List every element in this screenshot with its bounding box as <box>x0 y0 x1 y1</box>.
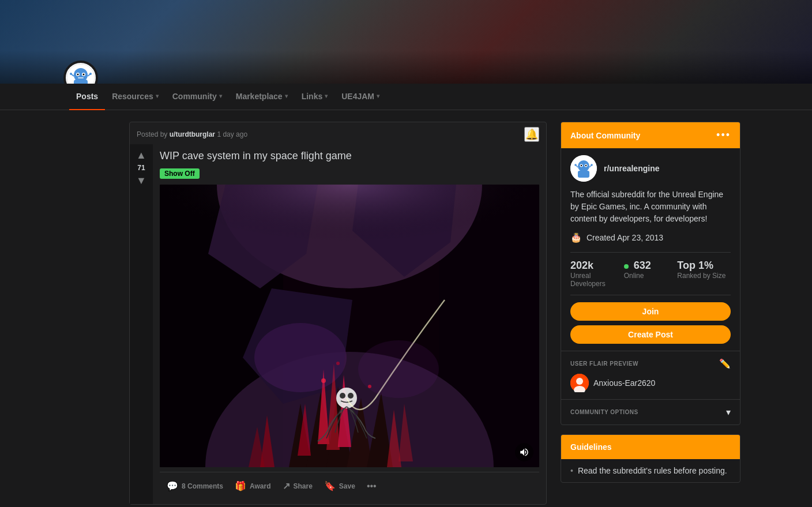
bookmark-icon: 🔖 <box>324 480 336 491</box>
chevron-down-icon: ▾ <box>156 93 159 99</box>
guidelines-card: Guidelines • Read the subreddit's rules … <box>561 434 740 483</box>
svg-point-43 <box>578 160 589 172</box>
cave-scene <box>160 185 539 467</box>
flair-user: Anxious-Ear2620 <box>570 374 731 392</box>
nav-item-links[interactable]: Links ▾ <box>295 84 335 110</box>
user-flair-section: USER FLAIR PREVIEW ✏️ Anxious-Ear2620 <box>561 351 740 399</box>
svg-point-10 <box>70 73 72 75</box>
sidebar: About Community ••• <box>561 122 740 505</box>
online-indicator <box>624 264 629 269</box>
rank-label: Ranked by Size <box>677 272 731 280</box>
about-community-title: About Community <box>570 131 640 140</box>
community-options-title: COMMUNITY OPTIONS <box>570 409 638 415</box>
rank-value: Top 1% <box>677 260 731 272</box>
chevron-down-icon[interactable]: ▾ <box>726 407 731 418</box>
nav-item-ue4jam[interactable]: UE4JAM ▾ <box>334 84 386 110</box>
svg-rect-7 <box>78 77 84 78</box>
share-button[interactable]: ↗ Share <box>278 477 317 495</box>
chevron-down-icon: ▾ <box>377 93 379 99</box>
post-image <box>160 185 539 467</box>
save-button[interactable]: 🔖 Save <box>319 477 360 495</box>
stats-row: 202k Unreal Developers 632 Online Top 1%… <box>570 260 731 288</box>
svg-point-40 <box>336 362 340 365</box>
award-icon: 🎁 <box>235 480 246 491</box>
upvote-button[interactable]: ▲ <box>135 149 148 162</box>
post-container: Posted by u/turdtburglar 1 day ago 🔔 ▲ 7… <box>129 122 547 505</box>
post-body: WIP cave system in my space flight game … <box>153 144 546 504</box>
post-header: Posted by u/turdtburglar 1 day ago 🔔 <box>130 122 546 144</box>
about-more-button[interactable]: ••• <box>716 129 731 141</box>
comments-button[interactable]: 💬 8 Comments <box>162 477 228 495</box>
divider <box>570 295 731 295</box>
online-count: 632 <box>624 260 678 272</box>
award-button[interactable]: 🎁 Award <box>230 477 275 495</box>
svg-point-52 <box>591 164 593 166</box>
nav-bar: Posts Resources ▾ Community ▾ Marketplac… <box>0 84 812 110</box>
community-description: The official subreddit for the Unreal En… <box>570 189 731 225</box>
svg-rect-44 <box>578 171 589 178</box>
nav-item-marketplace[interactable]: Marketplace ▾ <box>229 84 295 110</box>
cake-icon: 🎂 <box>570 232 582 243</box>
guidelines-body: • Read the subreddit's rules before post… <box>561 459 740 482</box>
about-community-card: About Community ••• <box>561 122 740 425</box>
svg-point-35 <box>348 393 354 399</box>
svg-point-5 <box>77 74 79 76</box>
flair-username: Anxious-Ear2620 <box>593 378 655 388</box>
community-info: r/unrealengine <box>570 155 731 182</box>
user-flair-title: USER FLAIR PREVIEW <box>570 360 638 367</box>
svg-rect-2 <box>74 80 88 84</box>
svg-point-34 <box>340 393 345 399</box>
divider <box>570 252 731 253</box>
community-options-header: COMMUNITY OPTIONS ▾ <box>570 407 731 418</box>
created-date: 🎂 Created Apr 23, 2013 <box>570 232 731 243</box>
post-author-link[interactable]: u/turdtburglar <box>170 130 215 138</box>
comment-icon: 💬 <box>167 480 178 491</box>
post-time: 1 day ago <box>217 130 247 138</box>
header-banner <box>0 0 812 84</box>
community-avatar <box>570 155 597 182</box>
svg-point-37 <box>358 340 439 398</box>
bullet-icon: • <box>570 466 573 475</box>
about-header: About Community ••• <box>561 122 740 148</box>
guideline-item: • Read the subreddit's rules before post… <box>570 466 731 475</box>
join-button[interactable]: Join <box>570 302 731 321</box>
svg-point-39 <box>368 385 371 388</box>
downvote-button[interactable]: ▼ <box>135 174 148 187</box>
guidelines-title: Guidelines <box>570 442 612 452</box>
community-options-section: COMMUNITY OPTIONS ▾ <box>561 399 740 425</box>
members-count: 202k <box>570 260 624 272</box>
stat-rank: Top 1% Ranked by Size <box>677 260 731 288</box>
post-title: WIP cave system in my space flight game <box>160 149 539 163</box>
guideline-text: Read the subreddit's rules before postin… <box>578 466 727 475</box>
svg-point-6 <box>83 74 85 76</box>
about-body: r/unrealengine The official subreddit fo… <box>561 148 740 351</box>
share-icon: ↗ <box>283 480 290 491</box>
post-flair[interactable]: Show Off <box>160 168 200 179</box>
chevron-down-icon: ▾ <box>219 93 222 99</box>
community-name[interactable]: r/unrealengine <box>604 164 659 173</box>
nav-item-community[interactable]: Community ▾ <box>166 84 229 110</box>
edit-flair-icon[interactable]: ✏️ <box>719 358 731 369</box>
vote-count: 71 <box>137 164 145 172</box>
online-label: Online <box>624 272 678 280</box>
svg-point-47 <box>581 165 582 166</box>
flair-avatar <box>570 374 589 392</box>
create-post-button[interactable]: Create Post <box>570 325 731 344</box>
guidelines-header: Guidelines <box>561 435 740 459</box>
members-label: Unreal Developers <box>570 272 624 288</box>
svg-point-51 <box>574 164 577 166</box>
notification-bell-button[interactable]: 🔔 <box>524 127 539 142</box>
svg-rect-41 <box>160 185 539 300</box>
volume-button[interactable] <box>515 443 533 461</box>
stat-members: 202k Unreal Developers <box>570 260 624 288</box>
more-options-button[interactable]: ••• <box>362 478 381 495</box>
stat-online: 632 Online <box>624 260 678 288</box>
nav-item-posts[interactable]: Posts <box>69 84 105 110</box>
svg-point-36 <box>254 323 347 392</box>
svg-point-48 <box>585 165 587 166</box>
post-content: ▲ 71 ▼ WIP cave system in my space fligh… <box>130 144 546 504</box>
vote-column: ▲ 71 ▼ <box>130 144 153 504</box>
nav-item-resources[interactable]: Resources ▾ <box>105 84 166 110</box>
svg-point-38 <box>321 378 326 383</box>
banner-overlay <box>0 0 812 84</box>
